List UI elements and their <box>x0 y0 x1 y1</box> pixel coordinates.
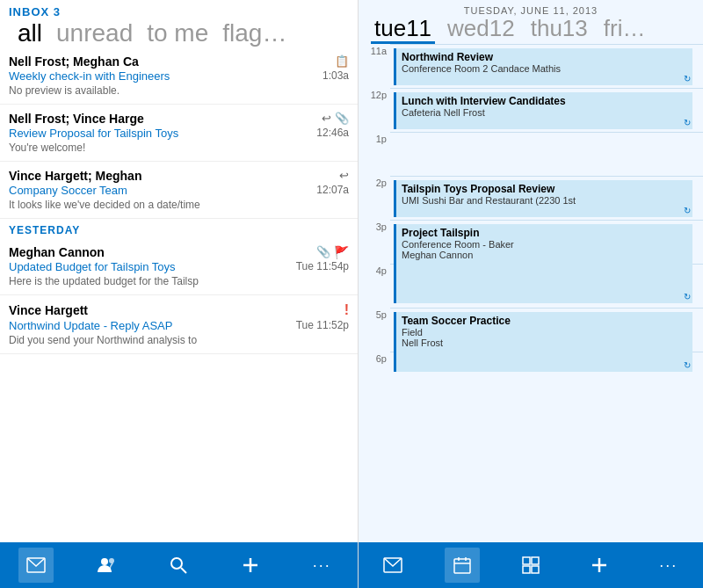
left-header: INBOX 3 all unread to me flag… <box>0 0 358 47</box>
add-right-nav-icon[interactable] <box>582 548 617 583</box>
inbox-label: INBOX 3 <box>9 5 349 18</box>
sync-icon: ↻ <box>684 74 691 83</box>
reply-icon: ↩ <box>322 112 331 125</box>
email-time: 12:46a <box>316 127 349 139</box>
cal-event-detail: UMI Sushi Bar and Restaurant (2230 1st <box>402 195 687 206</box>
mail-nav-icon[interactable] <box>18 548 54 583</box>
email-preview: Did you send your Northwind analysis to <box>9 334 349 346</box>
calendar-body: 11a 12p 1p 2p 3p 4p 5p 6p <box>359 44 703 542</box>
cal-event-title: Tailspin Toys Proposal Review <box>402 183 687 195</box>
email-item[interactable]: Meghan Cannon 📎 🚩 Updated Budget for Tai… <box>0 238 358 295</box>
events-column: Northwind Review Conference Room 2 Canda… <box>390 44 703 542</box>
tab-thu13[interactable]: thu13 <box>527 16 591 44</box>
more-right-nav-icon[interactable]: ··· <box>651 548 686 583</box>
email-preview: It looks like we've decided on a date/ti… <box>9 199 349 211</box>
flag-icon: 🚩 <box>334 245 349 259</box>
email-item[interactable]: Nell Frost; Vince Harge ↩ 📎 Review Propo… <box>0 105 358 162</box>
svg-point-1 <box>101 558 108 565</box>
time-slot: 3p <box>359 220 390 264</box>
sync-icon: ↻ <box>684 360 691 370</box>
email-header-row: Nell Frost; Vince Harge ↩ 📎 <box>9 112 349 126</box>
email-from: Vince Hargett; Meghan <box>9 169 141 183</box>
calendar-icon: 📋 <box>335 54 349 68</box>
cal-event-lunch[interactable]: Lunch with Interview Candidates Cafeteri… <box>394 92 692 129</box>
email-from: Meghan Cannon <box>9 245 105 259</box>
time-slot: 11a <box>359 44 390 88</box>
email-subject-row: Company Soccer Team 12:07a <box>9 184 349 197</box>
cal-event-detail-2: Nell Frost <box>402 338 687 348</box>
exclamation-icon: ! <box>344 302 349 318</box>
calendar-right-nav-icon[interactable] <box>445 548 480 583</box>
tab-tue11[interactable]: tue11 <box>371 16 435 44</box>
email-icons: ↩ 📎 <box>322 112 349 125</box>
tab-wed12[interactable]: wed12 <box>444 16 518 44</box>
tab-all[interactable]: all <box>18 20 42 47</box>
email-icons: 📎 🚩 <box>316 245 349 259</box>
email-subject: Northwind Update - Reply ASAP <box>9 319 172 332</box>
time-slot: 12p <box>359 88 390 132</box>
email-icons: ! <box>344 302 349 318</box>
cal-event-detail: Field <box>402 327 687 338</box>
attach-icon: 📎 <box>335 112 349 125</box>
svg-rect-14 <box>523 566 530 573</box>
email-preview: You're welcome! <box>9 142 349 154</box>
email-subject-row: Updated Budget for Tailspin Toys Tue 11:… <box>9 260 349 273</box>
search-nav-icon[interactable] <box>161 548 196 583</box>
svg-rect-13 <box>532 557 539 564</box>
inbox-text: INBOX <box>9 5 49 18</box>
email-header-row: Vince Hargett ! <box>9 302 349 318</box>
email-subject-row: Northwind Update - Reply ASAP Tue 11:52p <box>9 319 349 332</box>
sync-icon: ↻ <box>684 118 691 127</box>
reply-icon: ↩ <box>339 169 349 182</box>
time-slot: 6p <box>359 352 390 396</box>
email-from: Vince Hargett <box>9 303 88 317</box>
cal-event-project-tailspin[interactable]: Project Tailspin Conference Room - Baker… <box>394 224 692 303</box>
app-container: INBOX 3 all unread to me flag… Nell Fros… <box>0 0 703 588</box>
email-preview: Here is the updated budget for the Tails… <box>9 275 349 287</box>
inbox-count: 3 <box>54 5 61 18</box>
email-subject-row: Review Proposal for Tailspin Toys 12:46a <box>9 127 349 140</box>
email-item[interactable]: Vince Hargett; Meghan ↩ Company Soccer T… <box>0 162 358 219</box>
svg-rect-12 <box>523 557 530 564</box>
left-panel: INBOX 3 all unread to me flag… Nell Fros… <box>0 0 359 588</box>
cal-event-title: Northwind Review <box>402 51 687 63</box>
tab-tome[interactable]: to me <box>147 20 208 47</box>
right-header: TUESDAY, JUNE 11, 2013 tue11 wed12 thu13… <box>359 0 703 44</box>
cal-event-title: Project Tailspin <box>402 227 687 239</box>
cal-event-tailspin-review[interactable]: Tailspin Toys Proposal Review UMI Sushi … <box>394 180 692 217</box>
attach-icon: 📎 <box>316 245 330 258</box>
cal-event-detail: Cafeteria Nell Frost <box>402 107 687 118</box>
email-icons: 📋 <box>335 54 349 68</box>
email-subject: Updated Budget for Tailspin Toys <box>9 260 176 273</box>
email-item[interactable]: Nell Frost; Meghan Ca 📋 Weekly check-in … <box>0 47 358 105</box>
more-nav-icon[interactable]: ··· <box>304 548 339 583</box>
email-time: 1:03a <box>323 69 349 82</box>
people-nav-icon[interactable] <box>90 548 125 583</box>
email-subject: Review Proposal for Tailspin Toys <box>9 127 178 140</box>
time-column: 11a 12p 1p 2p 3p 4p 5p 6p <box>359 44 390 542</box>
email-item[interactable]: Vince Hargett ! Northwind Update - Reply… <box>0 295 358 354</box>
tab-fri[interactable]: fri… <box>600 16 649 44</box>
cal-event-soccer[interactable]: Team Soccer Practice Field Nell Frost ↻ <box>394 312 692 372</box>
email-time: Tue 11:52p <box>296 319 349 331</box>
email-subject: Weekly check-in with Engineers <box>9 69 170 83</box>
grid-right-nav-icon[interactable] <box>513 548 548 583</box>
email-icons: ↩ <box>339 169 349 182</box>
cal-event-detail-2: Meghan Cannon <box>402 250 687 260</box>
mail-right-nav-icon[interactable] <box>375 548 410 583</box>
cal-event-title: Lunch with Interview Candidates <box>402 95 687 107</box>
tab-flagged[interactable]: flag… <box>222 20 286 47</box>
email-preview: No preview is available. <box>9 84 349 97</box>
add-nav-icon[interactable] <box>233 548 268 583</box>
time-slot: 4p <box>359 264 390 308</box>
svg-point-2 <box>109 558 114 563</box>
email-time: 12:07a <box>316 184 349 196</box>
cal-event-northwind[interactable]: Northwind Review Conference Room 2 Canda… <box>394 48 692 85</box>
left-bottom-nav: ··· <box>0 542 358 588</box>
time-slot: 5p <box>359 308 390 352</box>
email-from: Nell Frost; Meghan Ca <box>9 54 139 69</box>
tab-unread[interactable]: unread <box>56 20 133 47</box>
filter-tabs: all unread to me flag… <box>9 20 349 47</box>
svg-point-3 <box>171 558 182 569</box>
day-tabs: tue11 wed12 thu13 fri… <box>367 16 694 44</box>
